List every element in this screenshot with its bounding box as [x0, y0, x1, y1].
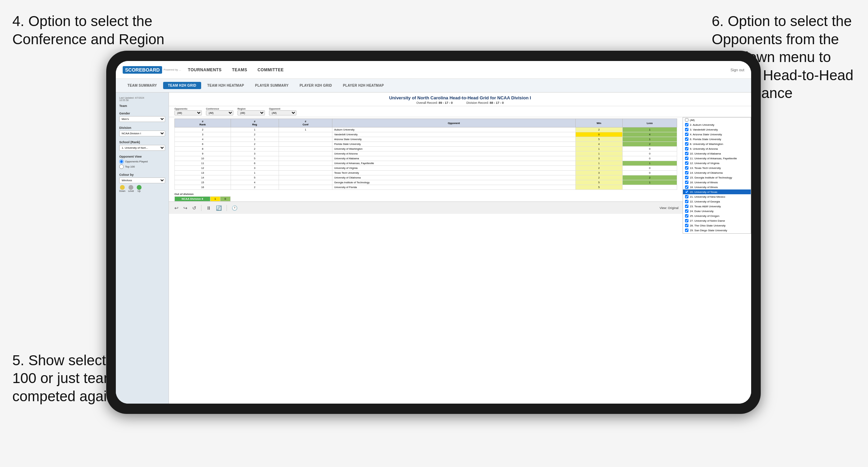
cell-loss: 0	[623, 166, 677, 171]
main-table-area: #Rank #Reg #Conf Opponent Win Loss	[169, 117, 683, 234]
dropdown-item[interactable]: 4. Arizona State University	[683, 132, 751, 137]
cell-opponent: University of Oklahoma	[332, 175, 575, 180]
cell-rank: 6	[175, 142, 231, 147]
cell-win: 2	[575, 175, 623, 180]
th-opponent: Opponent	[332, 119, 575, 127]
annotation-1-text: 4. Option to select the Conference and R…	[12, 13, 164, 47]
sidebar-team-section: Team	[119, 104, 165, 108]
dropdown-item[interactable]: 28. The Ohio State University	[683, 223, 751, 228]
filter-opponent-label: Opponent	[269, 108, 296, 110]
sidebar-colour-label: Colour by	[119, 173, 165, 176]
tab-team-h2h-grid[interactable]: TEAM H2H GRID	[163, 82, 201, 89]
filter-conference-select[interactable]: (All)	[206, 110, 233, 115]
redo-btn[interactable]: ↪	[182, 205, 189, 211]
dropdown-item[interactable]: 3. Vanderbilt University	[683, 127, 751, 132]
cell-rank: 8	[175, 147, 231, 151]
cell-opponent: Auburn University	[332, 127, 575, 132]
dropdown-item[interactable]: 22. University of Georgia	[683, 199, 751, 204]
dropdown-item[interactable]: 15. Georgia Institute of Technology	[683, 175, 751, 180]
sidebar-radio-group: Opponents Played Top 100	[119, 159, 165, 169]
cell-loss: 0	[623, 147, 677, 151]
filter-opponents-select[interactable]: (All)	[174, 110, 202, 115]
cell-reg: 2	[231, 132, 279, 137]
dropdown-item[interactable]: 25. University of Oregon	[683, 213, 751, 218]
table-row: 4 1 Arizona State University 5 1	[175, 137, 677, 142]
undo-btn[interactable]: ↩	[173, 205, 180, 211]
table-row: 2 1 1 Auburn University 2 1	[175, 127, 677, 132]
sidebar-colour-select[interactable]: Win/loss	[119, 177, 165, 183]
cell-rank: 15	[175, 180, 231, 185]
dropdown-item[interactable]: 2. Auburn University	[683, 122, 751, 127]
reset-btn[interactable]: ↺	[191, 205, 198, 211]
tab-player-h2h-grid[interactable]: PLAYER H2H GRID	[295, 82, 337, 89]
tableau-title: University of North Carolina Head-to-Hea…	[176, 95, 744, 100]
dropdown-item[interactable]: 27. University of Notre Dame	[683, 218, 751, 223]
cell-reg: 1	[231, 127, 279, 132]
clock-btn[interactable]: 🕐	[230, 205, 239, 211]
dropdown-item[interactable]: 18. University of Illinois	[683, 185, 751, 189]
pause-btn[interactable]: ⏸	[205, 205, 212, 211]
tab-team-h2h-heatmap[interactable]: TEAM H2H HEATMAP	[203, 82, 249, 89]
nav-signout[interactable]: Sign out	[731, 68, 744, 72]
dropdown-item[interactable]: 13. Texas Tech University	[683, 165, 751, 170]
radio-opponents-played[interactable]: Opponents Played	[119, 159, 165, 164]
filter-region-select[interactable]: (All)	[237, 110, 265, 115]
sidebar-team-label: Team	[119, 104, 165, 108]
refresh-btn[interactable]: 🔄	[215, 205, 223, 211]
opponent-dropdown[interactable]: (All) 2. Auburn University 3. Vanderbilt…	[683, 117, 751, 234]
dropdown-item[interactable]: 14. University of Oklahoma	[683, 170, 751, 175]
tab-player-h2h-heatmap[interactable]: PLAYER H2H HEATMAP	[338, 82, 389, 89]
nav-committee[interactable]: COMMITTEE	[257, 67, 284, 72]
cell-rank: 13	[175, 171, 231, 175]
cell-loss: 1	[623, 137, 677, 142]
out-division-section: Out of division NCAA Division II 1 0	[174, 193, 677, 201]
tab-player-summary[interactable]: PLAYER SUMMARY	[250, 82, 293, 89]
dropdown-item[interactable]: 16. University of Illinois	[683, 180, 751, 185]
dropdown-item[interactable]: 6. Florida State University	[683, 137, 751, 142]
out-div-win: 1	[210, 197, 220, 201]
dropdown-item[interactable]: 29. San Diego State University	[683, 228, 751, 233]
cell-rank: 10	[175, 156, 231, 161]
cell-rank: 4	[175, 137, 231, 142]
filter-opponent-select[interactable]: (All)	[269, 110, 296, 115]
cell-win: 2	[575, 166, 623, 171]
dropdown-item[interactable]: 10. University of Alabama	[683, 151, 751, 156]
cell-opponent: University of Alabama	[332, 156, 575, 161]
dropdown-item[interactable]: 8. University of Washington	[683, 142, 751, 146]
dropdown-item[interactable]: 12. University of Virginia	[683, 161, 751, 165]
sidebar-gender-select[interactable]: Men's	[119, 116, 165, 122]
tablet-screen: SCOREBOARD Powered by ... TOURNAMENTS TE…	[116, 61, 751, 404]
cell-reg: 6	[231, 161, 279, 166]
dropdown-item[interactable]: 20. University of Texas	[683, 189, 751, 194]
sidebar-school-select[interactable]: 1. University of Nort...	[119, 145, 165, 151]
cell-loss: 0	[623, 171, 677, 175]
dropdown-item[interactable]: 30. Purdue University	[683, 233, 751, 234]
dropdown-item[interactable]: 23. Texas A&M University	[683, 204, 751, 209]
cell-loss: 1	[623, 180, 677, 185]
sidebar-division-select[interactable]: NCAA Division I	[119, 131, 165, 136]
filter-opponents-label: Opponents:	[174, 108, 202, 110]
cell-loss: 1	[623, 161, 677, 166]
dropdown-item[interactable]: 24. Duke University	[683, 209, 751, 213]
cell-rank: 12	[175, 166, 231, 171]
nav-tournaments[interactable]: TOURNAMENTS	[188, 67, 222, 72]
cell-opponent: Vanderbilt University	[332, 132, 575, 137]
cell-opponent: University of Arkansas, Fayetteville	[332, 161, 575, 166]
cell-reg: 2	[231, 147, 279, 151]
tablet-frame: SCOREBOARD Powered by ... TOURNAMENTS TE…	[106, 51, 761, 414]
th-loss: Loss	[623, 119, 677, 127]
dropdown-item[interactable]: 9. University of Arizona	[683, 146, 751, 151]
sidebar: Last Updated: 4/7/2024 16:55:38 Team Gen…	[116, 93, 169, 404]
cell-loss	[623, 185, 677, 190]
cell-rank: 9	[175, 151, 231, 156]
table-row: 12 3 University of Virginia 2 0	[175, 166, 677, 171]
tableau-area: University of North Carolina Head-to-Hea…	[169, 93, 751, 404]
nav-teams[interactable]: TEAMS	[232, 67, 247, 72]
dropdown-item[interactable]: (All)	[683, 118, 751, 122]
dropdown-item[interactable]: 11. University of Arkansas, Fayetteville	[683, 156, 751, 161]
dropdown-item[interactable]: 21. University of New Mexico	[683, 194, 751, 199]
tab-team-summary[interactable]: TEAM SUMMARY	[123, 82, 162, 89]
nav-items: TOURNAMENTS TEAMS COMMITTEE	[188, 67, 730, 72]
radio-top100[interactable]: Top 100	[119, 164, 165, 169]
table-row: 15 4 Georgia Institute of Technology 5 1	[175, 180, 677, 185]
